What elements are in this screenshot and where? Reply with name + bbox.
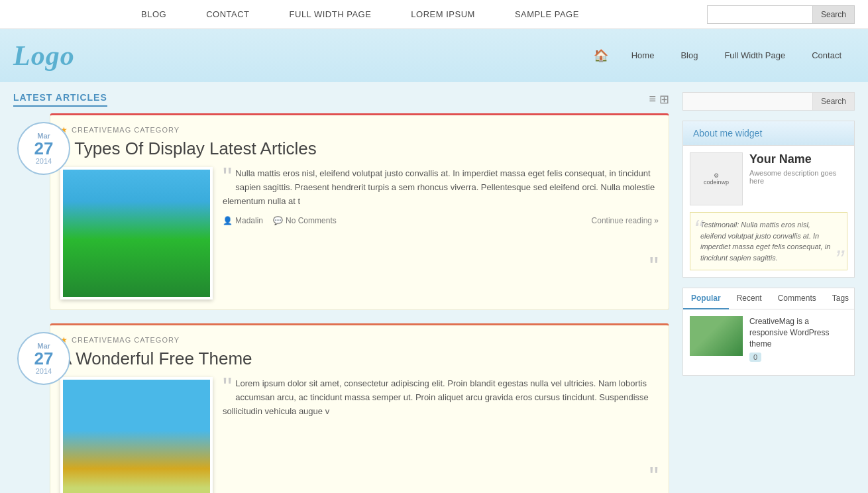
nav-sample-page[interactable]: SAMPLE PAGE (495, 0, 599, 29)
author-icon-1: 👤 (223, 216, 233, 225)
section-title: LATEST ARTICLES (13, 92, 107, 107)
top-search-form: Search (707, 5, 855, 24)
sidebar-search-button[interactable]: Search (812, 93, 854, 110)
sec-nav-home[interactable]: Home (618, 42, 668, 69)
article-title-1[interactable]: 2 Types Of Display Latest Articles (60, 138, 659, 159)
tab-popular[interactable]: Popular (683, 288, 729, 309)
tab-comments[interactable]: Comments (770, 288, 824, 309)
nav-full-width-page[interactable]: FULL WIDTH PAGE (270, 0, 392, 29)
site-header: Logo 🏠 Home Blog Full Width Page Contact (0, 29, 868, 82)
article-comments-1: 💬 No Comments (273, 216, 337, 225)
article-category-1: ★ CREATIVEMAG CATEGORY (60, 125, 659, 135)
content-area: LATEST ARTICLES ≡ ⊞ Mar 27 2014 ★ CREATI… (13, 92, 669, 493)
section-header: LATEST ARTICLES ≡ ⊞ (13, 92, 669, 107)
about-me-name: Your Name (749, 152, 847, 166)
article-category-2: ★ CREATIVEMAG CATEGORY (60, 335, 659, 345)
close-quote-2: " (649, 463, 659, 490)
sec-nav-contact[interactable]: Contact (798, 42, 855, 69)
home-icon[interactable]: 🏠 (584, 48, 618, 63)
author-name-1[interactable]: Madalin (235, 216, 263, 225)
comment-count-bubble-1: 0 (749, 353, 761, 362)
grid-view-icon[interactable]: ⊞ (659, 92, 669, 107)
category-text-1: CREATIVEMAG CATEGORY (72, 126, 180, 134)
about-me-avatar: ⚙ codeinwp (690, 152, 743, 205)
article-title-2[interactable]: A Wonderful Free Theme (60, 349, 659, 369)
top-search-button[interactable]: Search (813, 5, 855, 24)
list-view-icon[interactable]: ≡ (649, 92, 656, 107)
about-me-title: About me widget (683, 121, 854, 146)
open-quote-1: " (223, 164, 232, 190)
about-me-widget: About me widget ⚙ codeinwp Your Name Awe… (682, 121, 855, 278)
about-me-description: Awesome description goes here (749, 169, 847, 185)
about-me-card: ⚙ codeinwp Your Name Awesome description… (690, 152, 847, 205)
article-excerpt-2: Lorem ipsum dolor sit amet, consectetur … (223, 377, 659, 418)
articles-list: Mar 27 2014 ★ CREATIVEMAG CATEGORY 2 Typ… (13, 113, 669, 493)
date-year-2: 2014 (36, 367, 52, 375)
tabs-widget: Popular Recent Comments Tags CreativeMag… (682, 288, 855, 376)
close-quote-1: " (649, 253, 659, 280)
open-quote-2: " (223, 374, 232, 400)
sidebar: Search About me widget ⚙ codeinwp Your N… (682, 92, 855, 493)
about-me-body: ⚙ codeinwp Your Name Awesome description… (683, 146, 854, 277)
article-image-1 (60, 167, 213, 300)
popular-item-comments-1: 0 (749, 353, 847, 362)
sidebar-search-input[interactable] (683, 93, 812, 110)
article-body-1: " Nulla mattis eros nisl, eleifend volut… (60, 167, 659, 300)
testimonial: Testimonail: Nulla mattis eros nisl, ele… (690, 212, 847, 270)
tabs-navigation: Popular Recent Comments Tags (683, 288, 854, 309)
popular-item-info-1: CreativeMag is a responsive WordPress th… (749, 316, 847, 362)
top-search-input[interactable] (707, 5, 813, 24)
nav-blog[interactable]: BLOG (121, 0, 186, 29)
sec-nav-blog[interactable]: Blog (667, 42, 711, 69)
popular-item-title-1[interactable]: CreativeMag is a responsive WordPress th… (749, 316, 847, 349)
category-text-2: CREATIVEMAG CATEGORY (72, 336, 180, 344)
article-text-1: " Nulla mattis eros nisl, eleifend volut… (223, 167, 659, 300)
sec-nav-full-width[interactable]: Full Width Page (711, 42, 798, 69)
top-nav-links: BLOG CONTACT FULL WIDTH PAGE LOREM IPSUM… (13, 0, 707, 29)
popular-item-1: CreativeMag is a responsive WordPress th… (690, 316, 847, 362)
sidebar-search-form: Search (682, 92, 855, 111)
article-card-2: Mar 27 2014 ★ CREATIVEMAG CATEGORY A Won… (50, 323, 669, 493)
top-navigation: BLOG CONTACT FULL WIDTH PAGE LOREM IPSUM… (0, 0, 868, 29)
view-toggle: ≡ ⊞ (649, 92, 669, 107)
continue-reading-1[interactable]: Continue reading » (592, 216, 659, 225)
date-day-1: 27 (34, 140, 54, 157)
about-me-info: Your Name Awesome description goes here (749, 152, 847, 185)
article-image-2 (60, 377, 213, 493)
comments-text-1[interactable]: No Comments (286, 216, 337, 225)
tab-tags[interactable]: Tags (824, 288, 857, 309)
nav-contact[interactable]: CONTACT (186, 0, 269, 29)
nav-lorem-ipsum[interactable]: LOREM IPSUM (391, 0, 495, 29)
article-text-2: " Lorem ipsum dolor sit amet, consectetu… (223, 377, 659, 493)
codeinwp-logo: ⚙ codeinwp (704, 172, 729, 186)
article-date-2: Mar 27 2014 (17, 332, 70, 385)
date-day-2: 27 (34, 350, 54, 367)
tab-content-popular: CreativeMag is a responsive WordPress th… (683, 309, 854, 375)
site-logo[interactable]: Logo (13, 40, 75, 72)
popular-item-image-1 (690, 316, 743, 356)
article-body-2: " Lorem ipsum dolor sit amet, consectetu… (60, 377, 659, 493)
article-date-1: Mar 27 2014 (17, 122, 70, 175)
article-author-1: 👤 Madalin (223, 216, 263, 225)
article-card-1: Mar 27 2014 ★ CREATIVEMAG CATEGORY 2 Typ… (50, 113, 669, 310)
tab-recent[interactable]: Recent (729, 288, 770, 309)
main-layout: LATEST ARTICLES ≡ ⊞ Mar 27 2014 ★ CREATI… (0, 82, 868, 493)
secondary-navigation: 🏠 Home Blog Full Width Page Contact (584, 42, 855, 69)
article-meta-1: 👤 Madalin 💬 No Comments Continue reading… (223, 216, 659, 225)
date-year-1: 2014 (36, 157, 52, 165)
article-excerpt-1: Nulla mattis eros nisl, eleifend volutpa… (223, 167, 659, 208)
comment-icon-1: 💬 (273, 216, 283, 225)
